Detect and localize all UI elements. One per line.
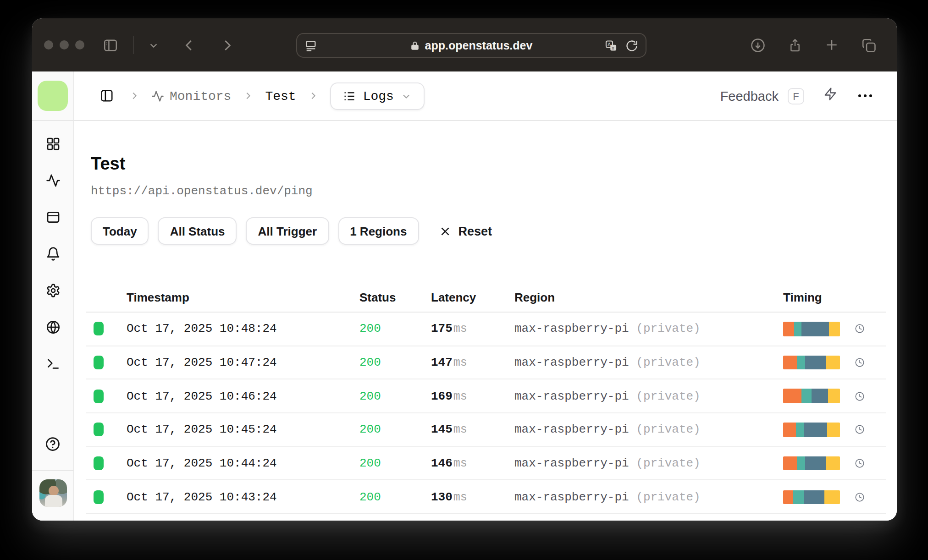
filter-date[interactable]: Today: [91, 217, 149, 245]
timing-segment-transfer: [827, 423, 840, 437]
log-timestamp: Oct 17, 2025 10:48:24: [127, 322, 359, 336]
log-status-code: 200: [359, 456, 431, 470]
zoom-button[interactable]: [75, 40, 84, 49]
log-region: max-raspberry-pi (private): [514, 423, 783, 437]
log-status-code: 200: [359, 356, 431, 369]
more-options-button[interactable]: [858, 94, 872, 97]
timing-segment-dns: [783, 490, 794, 504]
timing-bar: [783, 389, 840, 403]
log-row[interactable]: Oct 17, 2025 10:45:24 200 145ms max-rasp…: [86, 413, 886, 447]
sidebar-item-cli[interactable]: [45, 357, 60, 375]
log-timing: [783, 490, 886, 504]
timing-segment-connect: [794, 322, 801, 336]
filter-bar: Today All Status All Trigger 1 Regions R…: [91, 217, 886, 245]
log-timing: [783, 356, 886, 370]
tab-group-chevron-icon[interactable]: [149, 40, 159, 50]
timing-segment-ttfb: [805, 423, 827, 437]
window-controls: [44, 40, 84, 49]
timing-segment-transfer: [827, 356, 840, 370]
browser-window: app.openstatus.dev Ax: [32, 18, 897, 521]
downloads-button[interactable]: [750, 37, 766, 53]
timing-segment-dns: [783, 389, 801, 403]
panel-toggle-icon[interactable]: [100, 89, 114, 103]
status-indicator: [94, 423, 104, 437]
sidebar-item-notifications[interactable]: [45, 247, 60, 265]
reset-filters-button[interactable]: Reset: [439, 224, 492, 238]
timing-segment-connect: [796, 423, 805, 437]
column-region: Region: [514, 290, 783, 304]
clock-icon[interactable]: [855, 458, 865, 468]
breadcrumb-monitors[interactable]: Monitors: [151, 88, 231, 103]
translate-icon[interactable]: Ax: [604, 39, 618, 52]
column-status: Status: [359, 290, 431, 304]
chevron-right-icon: [243, 91, 253, 101]
sidebar-item-status-pages[interactable]: [45, 210, 60, 228]
sidebar-item-dashboard[interactable]: [45, 137, 60, 155]
backdrop: app.openstatus.dev Ax: [0, 0, 928, 560]
breadcrumb-monitor-name[interactable]: Test: [265, 88, 296, 103]
help-button[interactable]: [45, 436, 61, 456]
log-latency: 146ms: [431, 456, 514, 470]
clock-icon[interactable]: [855, 492, 865, 502]
page-title: Test: [91, 152, 886, 176]
close-button[interactable]: [44, 40, 53, 49]
timing-segment-transfer: [827, 456, 840, 471]
log-timestamp: Oct 17, 2025 10:47:24: [127, 356, 359, 369]
feedback-button[interactable]: Feedback: [720, 88, 779, 103]
timing-bar: [783, 322, 840, 336]
minimize-button[interactable]: [60, 40, 69, 49]
sidebar-item-domains[interactable]: [45, 320, 60, 338]
log-latency: 169ms: [431, 389, 514, 403]
filter-trigger[interactable]: All Trigger: [246, 217, 329, 245]
column-timestamp: Timestamp: [127, 290, 359, 304]
sidebar-item-monitors[interactable]: [45, 173, 60, 192]
chevron-right-icon: [129, 91, 139, 101]
timing-segment-dns: [783, 456, 797, 471]
clock-icon[interactable]: [855, 357, 865, 368]
filter-regions[interactable]: 1 Regions: [338, 217, 419, 245]
log-row[interactable]: Oct 17, 2025 10:46:24 200 169ms max-rasp…: [86, 380, 886, 413]
svg-text:x: x: [612, 45, 614, 50]
log-status-code: 200: [359, 389, 431, 403]
clock-icon[interactable]: [855, 324, 865, 334]
timing-segment-ttfb: [805, 356, 827, 370]
column-timing: Timing: [783, 290, 886, 304]
log-timing: [783, 322, 886, 336]
back-button[interactable]: [182, 38, 196, 52]
log-row[interactable]: Oct 17, 2025 10:44:24 200 146ms max-rasp…: [86, 447, 886, 481]
column-latency: Latency: [431, 290, 514, 304]
monitor-logs-page: Test https://api.openstatus.dev/ping Tod…: [74, 121, 897, 521]
filter-status[interactable]: All Status: [158, 217, 237, 245]
url-text: app.openstatus.dev: [425, 39, 533, 52]
tab-overview-button[interactable]: [861, 37, 877, 53]
address-bar[interactable]: app.openstatus.dev Ax: [296, 33, 646, 58]
user-avatar[interactable]: [39, 479, 66, 507]
status-indicator: [94, 490, 104, 504]
lock-icon: [410, 40, 420, 51]
clock-icon[interactable]: [855, 425, 865, 435]
status-indicator: [94, 322, 104, 336]
workspace-logo[interactable]: [38, 81, 68, 111]
timing-segment-dns: [783, 322, 794, 336]
forward-button[interactable]: [220, 38, 234, 52]
new-tab-button[interactable]: [824, 38, 839, 52]
app-sidebar: [32, 71, 74, 521]
logs-table: Timestamp Status Latency Region Timing O…: [86, 282, 886, 514]
log-row[interactable]: Oct 17, 2025 10:43:24 200 130ms max-rasp…: [86, 481, 886, 514]
log-row[interactable]: Oct 17, 2025 10:47:24 200 147ms max-rasp…: [86, 346, 886, 379]
sidebar-item-settings[interactable]: [45, 283, 60, 302]
view-switcher-button[interactable]: Logs: [330, 82, 425, 110]
quick-actions-button[interactable]: [823, 87, 837, 104]
log-row[interactable]: Oct 17, 2025 10:48:24 200 175ms max-rasp…: [86, 313, 886, 346]
share-button[interactable]: [788, 37, 802, 53]
log-region: max-raspberry-pi (private): [514, 456, 783, 470]
log-status-code: 200: [359, 490, 431, 504]
clock-icon[interactable]: [855, 391, 865, 401]
timing-segment-ttfb: [811, 389, 828, 403]
breadcrumb: Monitors Test Logs: [129, 82, 425, 110]
log-latency: 175ms: [431, 322, 514, 336]
sidebar-toggle-icon[interactable]: [103, 37, 118, 53]
timing-segment-transfer: [828, 389, 840, 403]
reload-button[interactable]: [625, 39, 638, 52]
log-region: max-raspberry-pi (private): [514, 356, 783, 369]
